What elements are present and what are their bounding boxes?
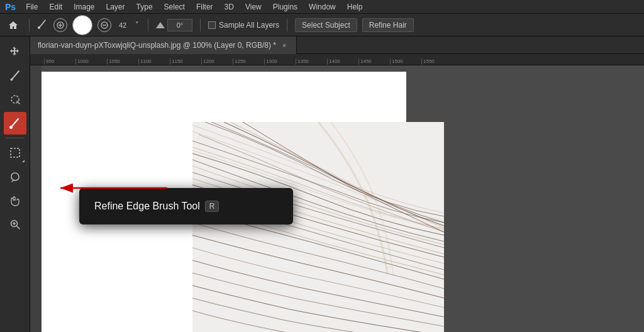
tab-title: florian-van-duyn-pXToxwjqliQ-unsplash.jp… (38, 41, 276, 50)
menu-select[interactable]: Select (159, 1, 190, 13)
home-button[interactable] (5, 17, 21, 33)
document-tab[interactable]: florian-van-duyn-pXToxwjqliQ-unsplash.jp… (30, 36, 297, 54)
ruler-mark-1500: 1500 (390, 58, 421, 65)
sample-all-group: Sample All Layers (208, 21, 279, 30)
sample-all-layers-label: Sample All Layers (219, 21, 279, 30)
svg-point-6 (10, 79, 13, 81)
toolbar (0, 36, 30, 332)
divider-3 (200, 19, 201, 31)
select-subject-button[interactable]: Select Subject (295, 18, 357, 32)
menu-layer[interactable]: Layer (101, 1, 130, 13)
quick-selection-tool[interactable] (4, 88, 26, 111)
menu-bar: Ps File Edit Image Layer Type Select Fil… (0, 0, 644, 14)
ps-logo: Ps (5, 2, 16, 12)
toolbar-separator-1 (6, 138, 25, 138)
ruler-mark-1000: 1000 (75, 58, 107, 65)
ruler-mark-1200: 1200 (201, 58, 233, 65)
canvas-wrapper: 0 850 900 950 (42, 65, 644, 332)
menu-view[interactable]: View (240, 1, 267, 13)
refine-hair-button[interactable]: Refine Hair (362, 18, 414, 32)
increase-size-button[interactable] (53, 18, 67, 32)
divider-4 (287, 19, 287, 31)
menu-type[interactable]: Type (131, 1, 158, 13)
ruler-mark-950: 950 (44, 58, 75, 65)
menu-filter[interactable]: Filter (191, 1, 218, 13)
ruler-h-marks: 950 1000 1050 1100 1150 1200 1250 1300 1… (42, 54, 453, 65)
hand-tool[interactable] (4, 189, 26, 212)
ruler-mark-1450: 1450 (358, 58, 390, 65)
menu-help[interactable]: Help (342, 1, 368, 13)
ruler-mark-1050: 1050 (107, 58, 138, 65)
menu-plugins[interactable]: Plugins (268, 1, 303, 13)
svg-point-0 (38, 26, 40, 29)
ruler-mark-1300: 1300 (264, 58, 296, 65)
options-bar: 42 ˅ Sample All Layers Select Subject Re… (0, 14, 644, 36)
menu-edit[interactable]: Edit (44, 1, 67, 13)
menu-3d[interactable]: 3D (219, 1, 239, 13)
menu-file[interactable]: File (21, 1, 43, 13)
brush-size-value: 42 (116, 21, 129, 29)
ruler-mark-1350: 1350 (296, 58, 327, 65)
divider-1 (29, 19, 30, 31)
ruler-mark-1150: 1150 (170, 58, 201, 65)
ruler-mark-1250: 1250 (233, 58, 264, 65)
marquee-tool[interactable] (4, 141, 26, 164)
content: florian-van-duyn-pXToxwjqliQ-unsplash.jp… (30, 36, 644, 332)
menu-image[interactable]: Image (69, 1, 99, 13)
svg-rect-9 (11, 148, 19, 157)
red-arrow (48, 172, 180, 204)
canvas-area[interactable]: 950 1000 1050 1100 1150 1200 1250 1300 1… (30, 54, 644, 332)
tooltip-popup: Refine Edge Brush Tool R (79, 188, 293, 224)
brush-tool[interactable] (4, 64, 26, 87)
move-tool[interactable] (4, 40, 26, 63)
lasso-tool[interactable] (4, 165, 26, 188)
sample-all-layers-checkbox[interactable] (208, 21, 216, 29)
tooltip-shortcut: R (205, 201, 219, 212)
ruler-mark-1550: 1550 (421, 58, 453, 65)
divider-2 (148, 19, 148, 31)
hair-image (192, 122, 444, 332)
decrease-size-button[interactable] (97, 18, 111, 32)
brush-dropdown-button[interactable]: ˅ (134, 19, 140, 30)
zoom-tool[interactable] (4, 213, 26, 236)
angle-input[interactable] (167, 19, 192, 31)
angle-group (156, 19, 192, 31)
refine-edge-brush-tool[interactable] (4, 112, 26, 135)
ruler-mark-1400: 1400 (327, 58, 358, 65)
tab-bar: florian-van-duyn-pXToxwjqliQ-unsplash.jp… (30, 36, 644, 54)
tab-close-button[interactable]: × (280, 41, 289, 50)
brush-preview[interactable] (72, 15, 92, 35)
svg-point-8 (9, 126, 13, 129)
menu-window[interactable]: Window (304, 1, 341, 13)
angle-icon (156, 22, 165, 28)
ruler-top: 950 1000 1050 1100 1150 1200 1250 1300 1… (30, 54, 644, 65)
ruler-mark-1100: 1100 (138, 58, 170, 65)
main: florian-van-duyn-pXToxwjqliQ-unsplash.jp… (0, 36, 644, 332)
brush-icon (37, 18, 48, 32)
